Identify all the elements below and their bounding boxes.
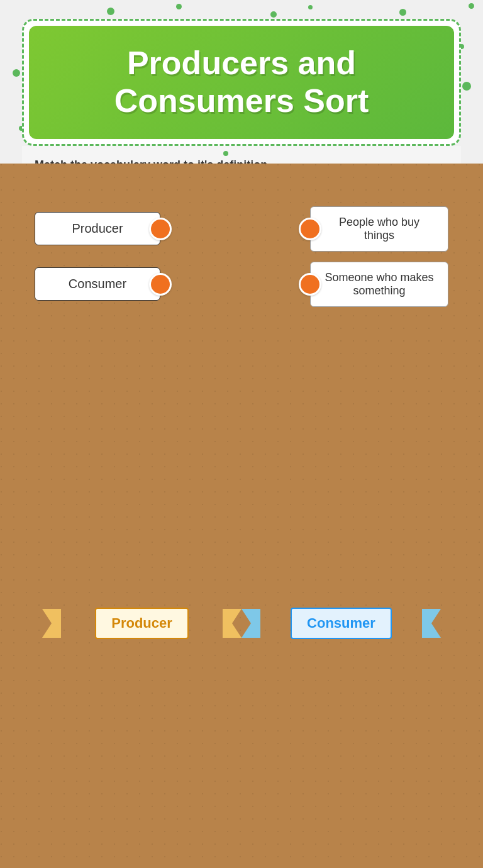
producer-ribbon-wrapper: Producer xyxy=(47,608,236,639)
producer-ribbon-right xyxy=(223,609,242,638)
connector-orange-2[interactable] xyxy=(299,218,321,240)
word-producer[interactable]: Producer xyxy=(35,212,160,245)
page-title: Producers and Consumers Sort xyxy=(42,45,441,120)
consumer-label: Consumer xyxy=(291,608,392,639)
green-dot-8 xyxy=(13,69,20,77)
connector-orange-1[interactable] xyxy=(149,218,172,240)
green-dot-3 xyxy=(308,5,313,9)
consumer-ribbon-left xyxy=(242,609,260,638)
consumer-ribbon-right xyxy=(422,609,441,638)
title-section: Producers and Consumers Sort xyxy=(22,19,461,146)
svg-marker-1 xyxy=(223,609,242,638)
green-dot-1 xyxy=(176,4,182,9)
producer-ribbon-left xyxy=(42,609,61,638)
green-dot-2 xyxy=(270,11,277,18)
green-dot-9 xyxy=(462,82,471,91)
svg-marker-0 xyxy=(42,609,61,638)
consumer-ribbon-wrapper: Consumer xyxy=(247,608,436,639)
svg-marker-3 xyxy=(422,609,441,638)
word-consumer[interactable]: Consumer xyxy=(35,267,160,301)
def-makes-something[interactable]: Someone who makes something xyxy=(310,262,448,307)
title-inner-box: Producers and Consumers Sort xyxy=(29,26,454,139)
green-dot-0 xyxy=(107,8,114,15)
green-dot-5 xyxy=(469,3,474,9)
connector-orange-4[interactable] xyxy=(299,273,321,296)
green-dot-4 xyxy=(399,9,406,16)
connector-orange-3[interactable] xyxy=(149,273,172,296)
def-people-buy[interactable]: People who buy things xyxy=(310,206,448,252)
svg-marker-2 xyxy=(242,609,260,638)
producer-label: Producer xyxy=(95,608,189,639)
title-outer-border: Producers and Consumers Sort xyxy=(22,19,461,146)
